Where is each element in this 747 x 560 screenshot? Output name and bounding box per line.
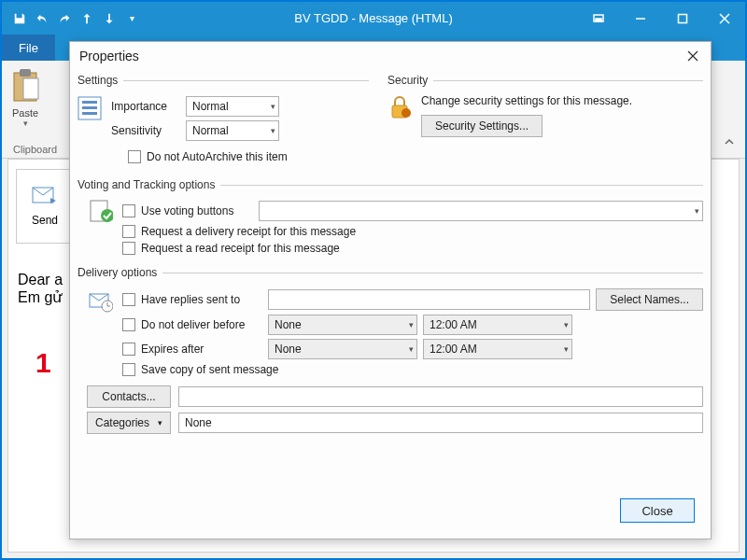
autoarchive-label: Do not AutoArchive this item <box>147 150 288 163</box>
read-receipt-checkbox[interactable] <box>122 242 135 255</box>
chevron-down-icon: ▾ <box>409 344 414 354</box>
window-controls <box>577 2 745 35</box>
dnd-time-select[interactable]: 12:00 AM▾ <box>423 315 572 335</box>
have-replies-checkbox[interactable] <box>122 293 135 306</box>
paste-label: Paste <box>12 107 38 119</box>
save-copy-checkbox[interactable] <box>122 363 135 376</box>
svg-rect-7 <box>20 69 31 77</box>
importance-select[interactable]: Normal▾ <box>186 96 279 117</box>
arrow-up-icon[interactable] <box>78 10 95 27</box>
read-receipt-label: Request a read receipt for this message <box>141 242 340 255</box>
do-not-deliver-checkbox[interactable] <box>122 318 135 331</box>
chevron-down-icon: ▾ <box>695 206 699 216</box>
close-icon[interactable] <box>703 2 745 35</box>
svg-point-17 <box>402 108 411 118</box>
close-button[interactable]: Close <box>620 498 695 523</box>
categories-input[interactable]: None <box>178 413 703 433</box>
categories-button[interactable]: Categories ▾ <box>87 412 171 434</box>
sensitivity-label: Sensitivity <box>111 124 178 137</box>
delivery-options-group: Delivery options Have replies sent to Se… <box>78 266 703 438</box>
delivery-receipt-checkbox[interactable] <box>122 225 135 238</box>
have-replies-label: Have replies sent to <box>141 293 262 306</box>
dialog-close-icon[interactable] <box>684 48 701 64</box>
dialog-title: Properties <box>79 49 139 63</box>
chevron-down-icon: ▾ <box>271 126 275 135</box>
dnd-date-select[interactable]: None▾ <box>268 315 417 335</box>
arrow-down-icon[interactable] <box>101 10 118 27</box>
contacts-button[interactable]: Contacts... <box>87 385 171 408</box>
annotation-number-1: 1 <box>35 347 51 379</box>
delivery-legend: Delivery options <box>78 266 162 279</box>
body-line-1: Dear a <box>18 272 63 288</box>
voting-icon <box>89 199 113 259</box>
voting-tracking-group: Voting and Tracking options Use voting b… <box>78 178 703 259</box>
window-title: BV TGDD - Message (HTML) <box>294 11 453 25</box>
svg-rect-8 <box>23 78 38 99</box>
paste-group: Paste ▾ <box>9 66 41 128</box>
qat-customize-icon[interactable]: ▾ <box>123 10 140 27</box>
paste-dropdown-icon[interactable]: ▾ <box>23 119 28 128</box>
delivery-icon <box>89 288 113 380</box>
security-group: Security Change security settings for th… <box>388 74 703 167</box>
settings-legend: Settings <box>78 74 123 87</box>
body-line-2: Em gử <box>18 288 63 306</box>
autoarchive-checkbox[interactable] <box>128 150 141 163</box>
quick-access-toolbar: ▾ <box>2 10 140 27</box>
contacts-input[interactable] <box>178 386 703 407</box>
expires-checkbox[interactable] <box>122 343 135 356</box>
dialog-titlebar: Properties <box>70 42 711 70</box>
undo-icon[interactable] <box>34 10 50 27</box>
title-bar: ▾ BV TGDD - Message (HTML) <box>2 2 745 35</box>
paste-icon[interactable] <box>9 66 41 104</box>
voting-combo[interactable]: ▾ <box>259 201 703 221</box>
settings-group: Settings Importance Normal▾ Sensitivity … <box>78 74 369 167</box>
save-icon[interactable] <box>11 10 28 27</box>
svg-rect-14 <box>82 106 97 109</box>
voting-legend: Voting and Tracking options <box>78 178 220 191</box>
chevron-down-icon: ▾ <box>158 418 162 427</box>
expires-label: Expires after <box>141 343 262 356</box>
chevron-down-icon: ▾ <box>271 102 275 111</box>
file-tab[interactable]: File <box>2 35 55 61</box>
message-body[interactable]: Dear a Em gử <box>18 272 63 306</box>
send-panel: Send <box>16 169 74 244</box>
select-names-button[interactable]: Select Names... <box>596 288 703 311</box>
chevron-down-icon: ▾ <box>564 344 569 354</box>
properties-dialog: Properties Settings Importance Normal▾ <box>69 41 712 539</box>
chevron-down-icon: ▾ <box>409 320 414 329</box>
security-settings-button[interactable]: Security Settings... <box>421 115 543 137</box>
minimize-icon[interactable] <box>619 2 661 35</box>
send-icon[interactable] <box>32 187 58 208</box>
security-legend: Security <box>388 74 433 87</box>
security-desc: Change security settings for this messag… <box>421 94 632 107</box>
expires-time-select[interactable]: 12:00 AM▾ <box>423 339 572 359</box>
collapse-ribbon-icon[interactable] <box>723 135 736 152</box>
maximize-icon[interactable] <box>661 2 703 35</box>
settings-icon <box>78 96 102 145</box>
chevron-down-icon: ▾ <box>564 320 569 329</box>
ribbon-display-icon[interactable] <box>577 2 619 35</box>
svg-rect-15 <box>82 112 97 115</box>
redo-icon[interactable] <box>56 10 73 27</box>
lock-icon <box>388 94 412 137</box>
svg-rect-1 <box>596 19 601 21</box>
have-replies-input[interactable] <box>268 289 590 310</box>
save-copy-label: Save copy of sent message <box>141 363 278 376</box>
clipboard-group-label: Clipboard <box>13 144 57 155</box>
send-label[interactable]: Send <box>32 214 58 227</box>
sensitivity-select[interactable]: Normal▾ <box>186 120 279 141</box>
svg-rect-13 <box>82 101 97 104</box>
use-voting-label: Use voting buttons <box>141 204 253 217</box>
importance-label: Importance <box>111 100 178 113</box>
do-not-deliver-label: Do not deliver before <box>141 318 262 331</box>
expires-date-select[interactable]: None▾ <box>268 339 417 359</box>
use-voting-checkbox[interactable] <box>122 204 135 217</box>
svg-rect-3 <box>678 14 686 22</box>
delivery-receipt-label: Request a delivery receipt for this mess… <box>141 225 356 238</box>
